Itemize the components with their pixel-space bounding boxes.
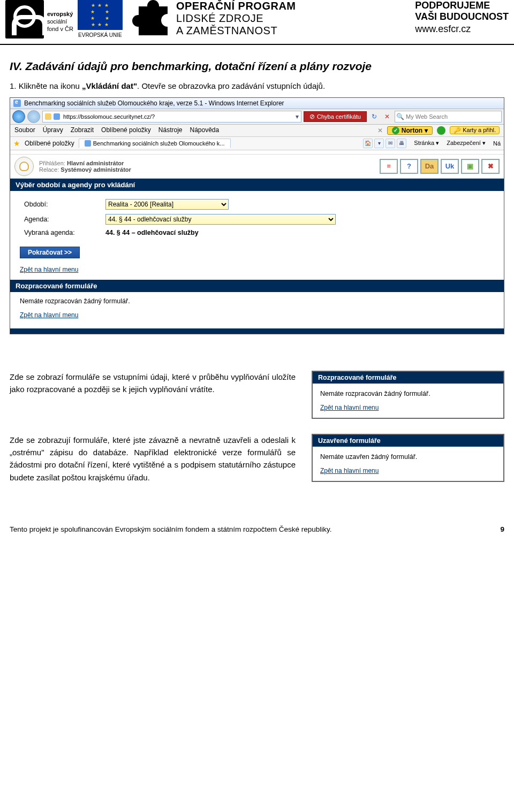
search-icon: 🔍 [395, 113, 405, 120]
tb-extra[interactable]: Ná [493, 140, 501, 147]
menu-item[interactable]: Oblíbené položky [101, 126, 151, 135]
support-block: PODPORUJEME VAŠI BUDOUCNOST www.esfcr.cz [415, 0, 509, 35]
section-header-1: Výběr období a agendy pro vkládání [10, 179, 504, 191]
snippet-back-rozp[interactable]: Zpět na hlavní menu [320, 404, 379, 411]
favorites-bar: ★ Oblíbené položky Benchmarking sociální… [10, 137, 504, 150]
favorites-label[interactable]: Oblíbené položky [25, 140, 74, 147]
snippet-uzavrene: Uzavřené formuláře Nemáte uzavřen žádný … [312, 434, 504, 482]
obdobi-label: Období: [21, 197, 101, 211]
menu-item[interactable]: Zobrazit [71, 126, 94, 135]
norton-status-icon[interactable] [437, 126, 445, 135]
tb-security[interactable]: Zabezpečení ▾ [447, 140, 486, 147]
toolbar-icons: 🏠 ▾ ✉ 🖶 [363, 139, 406, 148]
form-icon[interactable]: ≡ [380, 159, 398, 174]
ok-icon[interactable]: ▣ [461, 159, 479, 174]
logo-band: evropský sociální fond v ČR EVROPSKÁ UNI… [0, 0, 514, 45]
cards-button[interactable]: 🔑 Karty a přihl. [450, 126, 500, 134]
close-toolbar-icon[interactable]: ✕ [377, 127, 383, 134]
footer-text: Tento projekt je spolufinancován Evropsk… [10, 525, 332, 533]
search-field[interactable]: 🔍 [395, 111, 502, 122]
support-l1: PODPORUJEME [415, 0, 509, 11]
browser-tab[interactable]: Benchmarking sociálních služeb Olomoucké… [79, 139, 231, 148]
snippet-header-uzav: Uzavřené formuláře [313, 435, 503, 447]
mail-icon[interactable]: ✉ [386, 139, 395, 148]
agenda-select[interactable]: 44. § 44 - odlehčovací služby [105, 214, 336, 225]
eu-label: EVROPSKÁ UNIE [78, 32, 122, 38]
browser-navbar: ▾ Chyba certifikátu ↻ ✕ 🔍 [10, 109, 504, 125]
menu-item[interactable]: Úpravy [43, 126, 63, 135]
paragraph-rozpracovane: Zde se zobrazí formuláře se vstupními úd… [10, 371, 296, 396]
exit-icon[interactable]: ✖ [481, 159, 500, 174]
section2-body: Nemáte rozpracován žádný formulář. Zpět … [10, 292, 504, 324]
menu-item[interactable]: Nápověda [190, 126, 220, 135]
snippet-back-uzav[interactable]: Zpět na hlavní menu [320, 467, 379, 474]
op-line1: OPERAČNÍ PROGRAM [176, 0, 296, 12]
eu-logo: EVROPSKÁ UNIE [78, 0, 123, 38]
page-footer: Tento projekt je spolufinancován Evropsk… [0, 499, 514, 540]
menu-item[interactable]: Soubor [14, 126, 35, 135]
snippet-header-rozp: Rozpracované formuláře [313, 372, 503, 384]
lock-icon [45, 113, 51, 120]
esf-text: evropský sociální fond v ČR [47, 0, 73, 33]
esf-line2: sociální [47, 18, 67, 25]
snippet-msg-rozp: Nemáte rozpracován žádný formulář. [320, 390, 496, 397]
window-title: Benchmarking sociálních služeb Olomoucké… [24, 99, 284, 107]
stop-button[interactable]: ✕ [382, 113, 392, 120]
home-icon[interactable]: 🏠 [363, 139, 373, 148]
tb-page[interactable]: Stránka ▾ [414, 140, 439, 147]
section-header-3-cut [10, 327, 504, 334]
help-icon[interactable]: ? [400, 159, 418, 174]
back-link[interactable]: Zpět na hlavní menu [20, 266, 78, 273]
menubar: Soubor Úpravy Zobrazit Oblíbené položky … [10, 125, 504, 137]
cert-error-badge[interactable]: Chyba certifikátu [304, 111, 367, 122]
url-input[interactable] [62, 113, 293, 120]
field-icon[interactable]: Da [420, 159, 439, 174]
rel-label: Relace: [39, 166, 59, 173]
form-area: Období: Realita - 2006 [Realita] Agenda:… [10, 191, 504, 279]
forward-button[interactable] [27, 110, 40, 123]
snippet-rozpracovane: Rozpracované formuláře Nemáte rozpracová… [312, 371, 504, 419]
app-login-meta: Přihlášen: Hlavní administrátor Relace: … [39, 160, 131, 173]
vybrana-label: Vybraná agenda: [21, 227, 101, 238]
back-button[interactable] [12, 110, 25, 123]
support-l2: VAŠI BUDOUCNOST [415, 11, 509, 22]
cert-error-text: Chyba certifikátu [317, 113, 361, 120]
cards-label: Karty a přihl. [463, 127, 496, 133]
ie-icon [13, 99, 21, 107]
login-label: Přihlášen: [39, 160, 65, 166]
op-line2: LIDSKÉ ZDROJE [176, 12, 296, 25]
obdobi-select[interactable]: Realita - 2006 [Realita] [105, 199, 229, 210]
feeds-icon[interactable]: ▾ [374, 139, 384, 148]
menu-item[interactable]: Nástroje [158, 126, 183, 135]
refresh-button[interactable]: ↻ [369, 113, 380, 120]
favorites-star-icon[interactable]: ★ [13, 139, 20, 148]
esf-logo: evropský sociální fond v ČR [5, 0, 73, 39]
address-bar[interactable]: ▾ [42, 111, 301, 122]
section2-msg: Nemáte rozpracován žádný formulář. [20, 297, 494, 305]
eu-flag-icon [78, 0, 123, 30]
intro-post: . Otevře se obrazovka pro zadávání vstup… [137, 81, 325, 90]
paragraph-uzavrene: Zde se zobrazují formuláře, které jste z… [10, 434, 296, 484]
search-input[interactable] [405, 113, 501, 120]
window-titlebar: Benchmarking sociálních služeb Olomoucké… [10, 98, 504, 109]
snippet-msg-uzav: Nemáte uzavřen žádný formulář. [320, 453, 496, 461]
back-link-2[interactable]: Zpět na hlavní menu [20, 311, 78, 319]
esf-line3: fond v ČR [47, 26, 73, 32]
tab-title: Benchmarking sociálních služeb Olomoucké… [93, 140, 225, 147]
screenshot-main: Benchmarking sociálních služeb Olomoucké… [10, 97, 504, 334]
app-header: Přihlášen: Hlavní administrátor Relace: … [10, 155, 504, 179]
tab-favicon-icon [85, 140, 91, 147]
continue-button[interactable]: Pokračovat >> [20, 247, 80, 258]
vybrana-value: 44. § 44 – odlehčovací služby [105, 229, 199, 236]
uk-icon[interactable]: Uk [441, 159, 459, 174]
esf-line1: evropský [47, 11, 73, 18]
print-icon[interactable]: 🖶 [397, 139, 406, 148]
rel-value: Systémový administrátor [61, 166, 131, 173]
crest-icon [14, 157, 34, 176]
page-icon [54, 113, 60, 120]
norton-badge[interactable]: Norton ▾ [387, 126, 433, 135]
login-value: Hlavní administrátor [67, 160, 124, 166]
page-heading: IV. Zadávání údajů pro benchmarking, dot… [10, 60, 504, 73]
dropdown-icon[interactable]: ▾ [296, 113, 299, 120]
intro-bold: „Vkládání dat" [82, 81, 137, 90]
